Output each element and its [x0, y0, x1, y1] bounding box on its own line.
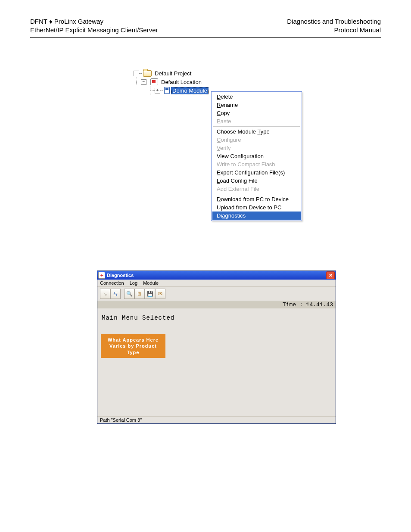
window-title: Diagnostics	[107, 273, 134, 278]
header-left-line1: DFNT ♦ ProLinx Gateway	[30, 17, 158, 26]
tree-row-project[interactable]: − Default Project	[134, 69, 209, 78]
ctx-diagnostics[interactable]: Diagnostics	[212, 212, 301, 220]
tree-row-location[interactable]: − Default Location	[134, 78, 209, 86]
diagnostics-window: ✦ Diagnostics ✕ Connection Log Module ↘ …	[97, 271, 336, 424]
menu-log[interactable]: Log	[130, 280, 137, 286]
terminal-area: Main Menu Selected What Appears Here Var…	[97, 308, 336, 416]
header-right-line1: Diagnostics and Troubleshooting	[287, 17, 381, 26]
ctx-add-external-file: Add External File	[212, 185, 301, 193]
statusbar: Path "Serial Com 3"	[97, 416, 336, 423]
project-tree: − Default Project − Default Location + D…	[134, 69, 209, 95]
annotation-box: What Appears Here Varies by Product Type	[101, 334, 165, 358]
expand-icon[interactable]: +	[155, 88, 160, 93]
toolbar-btn-file[interactable]: 🗎	[134, 289, 145, 299]
ctx-copy[interactable]: Copy	[212, 109, 301, 117]
toolbar-btn-save[interactable]: 💾	[145, 289, 155, 299]
toolbar-btn-1[interactable]: ↘	[100, 289, 110, 299]
toolbar: ↘ ⇆ 🔍 🗎 💾 ✉	[97, 287, 336, 301]
menu-connection[interactable]: Connection	[100, 280, 124, 286]
collapse-icon[interactable]: −	[134, 71, 139, 76]
tree-module-label: Demo Module	[171, 87, 209, 94]
time-display: Time : 14.41.43	[97, 301, 336, 308]
tree-row-module[interactable]: + Demo Module	[134, 86, 209, 95]
ctx-delete[interactable]: Delete	[212, 93, 301, 101]
toolbar-btn-clear[interactable]: ✉	[155, 289, 165, 299]
ctx-write-compact-flash: Write to Compact Flash	[212, 160, 301, 168]
menubar: Connection Log Module	[97, 280, 336, 287]
ctx-download[interactable]: Download from PC to Device	[212, 195, 301, 203]
ctx-upload[interactable]: Upload from Device to PC	[212, 203, 301, 212]
ctx-paste: Paste	[212, 117, 301, 125]
ctx-load-config-file[interactable]: Load Config File	[212, 177, 301, 185]
context-menu: Delete Rename Copy Paste Choose Module T…	[211, 91, 302, 221]
header-rule	[30, 37, 381, 38]
folder-icon	[143, 70, 152, 77]
collapse-icon[interactable]: −	[141, 79, 146, 85]
ctx-choose-module-type[interactable]: Choose Module Type	[212, 128, 301, 136]
menu-module[interactable]: Module	[143, 280, 159, 286]
tree-project-label: Default Project	[155, 70, 191, 77]
ctx-rename[interactable]: Rename	[212, 101, 301, 109]
module-icon	[164, 87, 170, 94]
ctx-export-config[interactable]: Export Configuration File(s)	[212, 168, 301, 177]
page-header: DFNT ♦ ProLinx Gateway EtherNet/IP Expli…	[30, 17, 381, 35]
ctx-configure: Configure	[212, 136, 301, 144]
header-right-line2: Protocol Manual	[287, 26, 381, 34]
header-left-line2: EtherNet/IP Explicit Messaging Client/Se…	[30, 26, 158, 34]
tree-location-label: Default Location	[161, 79, 202, 85]
toolbar-btn-2[interactable]: ⇆	[110, 289, 121, 299]
location-icon	[150, 78, 158, 85]
app-icon: ✦	[98, 272, 105, 279]
toolbar-btn-zoom[interactable]: 🔍	[124, 289, 134, 299]
titlebar: ✦ Diagnostics ✕	[97, 271, 336, 280]
terminal-line: Main Menu Selected	[102, 314, 331, 321]
close-button[interactable]: ✕	[326, 271, 335, 279]
ctx-verify: Verify	[212, 144, 301, 152]
ctx-view-configuration[interactable]: View Configuration	[212, 152, 301, 160]
